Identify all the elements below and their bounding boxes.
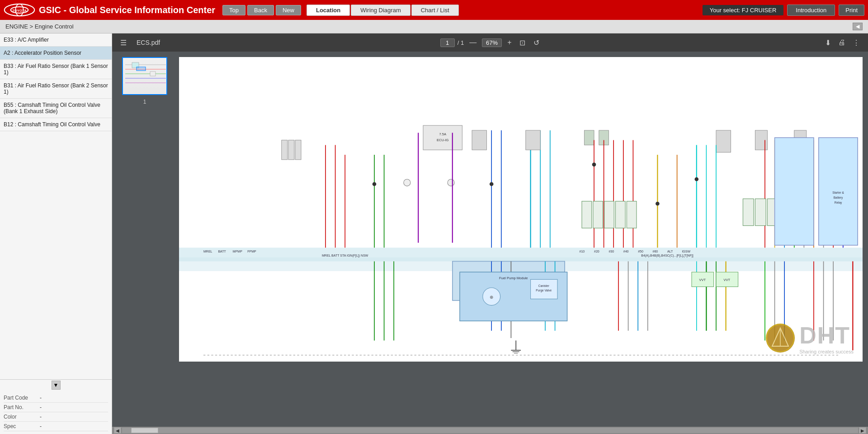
svg-text:FPMP: FPMP <box>247 250 256 253</box>
thumb-page-1[interactable] <box>122 57 167 95</box>
location-tabs: Location Wiring Diagram Chart / List <box>307 5 459 16</box>
svg-text:7.5A: 7.5A <box>439 132 446 136</box>
sidebar-item-b31[interactable]: B31 : Air Fuel Ratio Sensor (Bank 2 Sens… <box>0 79 112 99</box>
diagram-canvas: Engine Control Module 7.5A ECU-IG <box>179 57 863 362</box>
tab-wiring-diagram[interactable]: Wiring Diagram <box>351 5 410 16</box>
svg-rect-22 <box>288 140 294 160</box>
sidebar-item-a2[interactable]: A2 : Accelerator Position Sensor <box>0 47 112 60</box>
dht-tagline: Sharing creates success <box>799 349 854 354</box>
pdf-fit-page[interactable]: ⊡ <box>517 38 528 48</box>
svg-point-92 <box>656 202 660 206</box>
scroll-right-arrow[interactable]: ▶ <box>859 427 866 434</box>
svg-text:MPMP: MPMP <box>233 250 242 253</box>
svg-rect-24 <box>404 179 410 186</box>
dht-text-area: DHT Sharing creates success <box>799 322 854 354</box>
thumb-label-1: 1 <box>143 99 146 105</box>
pdf-page-separator: / 1 <box>458 39 464 46</box>
sidebar-bottom: Part Code - Part No. - Color - Spec - <box>0 391 112 434</box>
svg-text:B4(A),B4B(B),B4SC(C)...[F[L],[: B4(A),B4B(B),B4SC(C)...[F[L],[T[NF]] <box>641 254 693 258</box>
pdf-toolbar: ☰ ECS.pdf / 1 — 67% + ⊡ ↺ ⬇ 🖨 ⋮ <box>112 33 868 52</box>
back-button[interactable]: Back <box>247 5 274 15</box>
svg-rect-97 <box>616 201 626 228</box>
sidebar-field-partcode: Part Code - <box>4 393 108 403</box>
svg-rect-40 <box>716 130 731 153</box>
pdf-content[interactable]: 1 Engine Control Module <box>112 52 868 427</box>
svg-text:MREL: MREL <box>203 250 212 253</box>
pdf-filename: ECS.pdf <box>137 39 160 46</box>
select-label: Your select: FJ CRUISER <box>703 5 784 15</box>
sidebar-scroll-down[interactable]: ▼ <box>52 381 61 390</box>
dht-watermark: DHT Sharing creates success <box>766 322 854 354</box>
breadcrumb: ENGINE > Engine Control ◀ <box>0 20 868 33</box>
svg-rect-36 <box>472 130 486 150</box>
collapse-button[interactable]: ◀ <box>853 23 863 30</box>
pdf-print[interactable]: 🖨 <box>835 38 848 48</box>
svg-text:ALT: ALT <box>667 250 673 253</box>
svg-rect-96 <box>604 201 614 228</box>
pdf-download[interactable]: ⬇ <box>822 38 834 48</box>
dht-brand: DHT <box>799 322 854 349</box>
svg-text:BATT: BATT <box>218 250 226 253</box>
sidebar-item-b33[interactable]: B33 : Air Fuel Ratio Sensor (Bank 1 Sens… <box>0 60 112 79</box>
svg-point-89 <box>373 182 377 186</box>
svg-text:⊕: ⊕ <box>490 295 493 300</box>
svg-text:Starter &: Starter & <box>832 191 844 194</box>
top-bar: TOYOTA GSIC - Global Service Information… <box>0 0 868 20</box>
bottom-scrollbar[interactable]: ◀ ▶ <box>112 427 868 434</box>
nav-buttons: Top Back New <box>222 5 301 15</box>
scroll-thumb[interactable] <box>131 428 158 433</box>
svg-text:Battery: Battery <box>834 196 843 200</box>
svg-rect-38 <box>584 130 594 145</box>
svg-rect-94 <box>582 201 592 228</box>
top-button[interactable]: Top <box>222 5 245 15</box>
svg-text:VVT: VVT <box>723 278 730 282</box>
sidebar-item-b55[interactable]: B55 : Camshaft Timing Oil Control Valve … <box>0 99 112 118</box>
scroll-track[interactable] <box>122 428 858 433</box>
pdf-page-info: / 1 — 67% + ⊡ ↺ <box>440 38 542 48</box>
sidebar-item-e33[interactable]: E33 : A/C Amplifier <box>0 33 112 47</box>
print-button[interactable]: Print <box>839 5 864 16</box>
scroll-left-arrow[interactable]: ◀ <box>114 427 121 434</box>
svg-text:IGSW: IGSW <box>682 250 690 253</box>
svg-text:#40: #40 <box>623 250 629 253</box>
breadcrumb-text: ENGINE > Engine Control <box>5 23 74 30</box>
zoom-display: 67% <box>482 38 502 47</box>
pdf-page-input[interactable] <box>440 38 455 47</box>
svg-rect-41 <box>755 130 767 150</box>
pdf-menu-button[interactable]: ☰ <box>118 38 129 48</box>
introduction-button[interactable]: Introduction <box>787 5 835 16</box>
svg-text:Canister: Canister <box>538 284 550 287</box>
main-layout: E33 : A/C Amplifier A2 : Accelerator Pos… <box>0 33 868 434</box>
sidebar-list: E33 : A/C Amplifier A2 : Accelerator Pos… <box>0 33 112 380</box>
svg-rect-98 <box>627 201 637 228</box>
svg-rect-11 <box>137 67 146 71</box>
tab-location[interactable]: Location <box>307 5 350 16</box>
color-label: Color <box>4 414 40 420</box>
svg-text:#10: #10 <box>580 250 585 253</box>
svg-rect-37 <box>526 130 540 150</box>
toyota-logo: TOYOTA <box>4 2 35 18</box>
svg-text:Purge Valve: Purge Valve <box>536 289 552 292</box>
spec-label: Spec <box>4 423 40 429</box>
right-bar: Your select: FJ CRUISER Introduction Pri… <box>703 5 864 16</box>
svg-rect-25 <box>448 179 454 186</box>
svg-rect-23 <box>295 140 301 160</box>
part-no-label: Part No. <box>4 404 40 410</box>
svg-point-90 <box>490 182 494 186</box>
pdf-zoom-out[interactable]: — <box>467 38 479 48</box>
dht-logo-circle <box>766 324 795 353</box>
pdf-zoom-in[interactable]: + <box>505 38 514 48</box>
tab-chart-list[interactable]: Chart / List <box>411 5 459 16</box>
svg-rect-106 <box>775 138 814 245</box>
new-button[interactable]: New <box>276 5 301 15</box>
sidebar-field-spec: Spec - <box>4 422 108 431</box>
sidebar-item-b12[interactable]: B12 : Camshaft Timing Oil Control Valve <box>0 118 112 131</box>
svg-rect-95 <box>593 201 603 228</box>
sidebar-field-color: Color - <box>4 412 108 422</box>
sidebar-field-partno: Part No. - <box>4 403 108 412</box>
svg-rect-99 <box>743 199 754 225</box>
svg-text:Relay: Relay <box>835 201 842 205</box>
part-code-label: Part Code <box>4 395 40 401</box>
pdf-more[interactable]: ⋮ <box>850 38 863 48</box>
pdf-rotate[interactable]: ↺ <box>531 38 542 48</box>
